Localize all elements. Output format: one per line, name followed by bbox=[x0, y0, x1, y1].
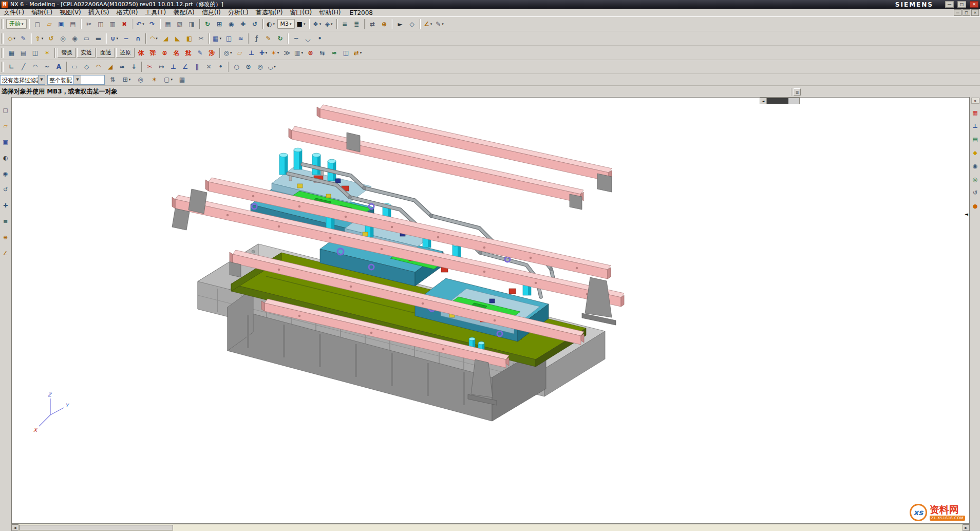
cut-button[interactable]: ✂ bbox=[84, 18, 95, 29]
hd3d-tools-tab[interactable]: ◉ bbox=[971, 162, 979, 170]
menu-view[interactable]: 视图(V) bbox=[56, 9, 85, 16]
measure-distance-button[interactable]: ∠ bbox=[423, 18, 434, 29]
name-display-button[interactable]: 名 bbox=[171, 47, 182, 58]
redo-button[interactable]: ↷ bbox=[147, 18, 158, 29]
menu-edit[interactable]: 编辑(E) bbox=[28, 9, 56, 16]
history-tab[interactable]: ↺ bbox=[971, 188, 979, 197]
dock-measure-button[interactable]: ∠ bbox=[1, 249, 10, 258]
pocket-button[interactable]: ▭ bbox=[81, 33, 92, 44]
circle-button[interactable]: ○ bbox=[231, 62, 242, 72]
revolve-button[interactable]: ↺ bbox=[46, 33, 56, 44]
internet-explorer-tab[interactable]: ◎ bbox=[971, 175, 979, 184]
intersect-button[interactable]: ∩ bbox=[133, 33, 143, 44]
chamfer-sketch-button[interactable]: ◢ bbox=[105, 62, 116, 72]
collapse-resource-bar-button[interactable]: « bbox=[971, 98, 979, 104]
rectangle-button[interactable]: ▭ bbox=[69, 62, 80, 72]
fit-view-button[interactable]: ⊞ bbox=[214, 18, 225, 29]
move-object-button[interactable]: ⇄ bbox=[367, 18, 378, 29]
horizontal-scrollbar[interactable]: ◄ ► bbox=[11, 524, 970, 531]
copy-button[interactable]: ◫ bbox=[96, 18, 106, 29]
selection-filter-combo[interactable]: 没有选择过滤器 ▼ bbox=[0, 75, 45, 85]
dock-shade-button[interactable]: ◐ bbox=[1, 153, 10, 162]
menu-tools[interactable]: 工具(T) bbox=[141, 9, 169, 16]
undo-button[interactable]: ↶ bbox=[135, 18, 146, 29]
chamfer-button[interactable]: ◢ bbox=[160, 33, 171, 44]
ellipse-button[interactable]: ◎ bbox=[255, 62, 266, 72]
open-button[interactable]: ▱ bbox=[44, 18, 55, 29]
part-navigator-tab[interactable]: ▤ bbox=[971, 135, 979, 144]
menu-help[interactable]: 帮助(H) bbox=[315, 9, 344, 16]
angle-constraint-button[interactable]: ∠ bbox=[180, 62, 191, 72]
menu-information[interactable]: 信息(I) bbox=[198, 9, 224, 16]
toolbar-grip[interactable] bbox=[2, 19, 4, 29]
scroll-left-icon[interactable]: ◄ bbox=[760, 98, 767, 104]
interference-button[interactable]: 涉 bbox=[206, 47, 217, 58]
offset-surface-button[interactable]: ≈ bbox=[235, 33, 246, 44]
minimize-button[interactable]: — bbox=[945, 1, 954, 8]
solid-translucent-button[interactable]: 实透 bbox=[77, 48, 96, 58]
expressions-button[interactable]: ƒ bbox=[251, 33, 262, 44]
highlight-button[interactable]: ✶ bbox=[42, 47, 52, 58]
mirror-assembly-button[interactable]: ◫ bbox=[341, 47, 351, 58]
reuse-library-tab[interactable]: ◆ bbox=[971, 148, 979, 157]
pan-button[interactable]: ✚ bbox=[238, 18, 249, 29]
part-navigator-button[interactable]: ▦ bbox=[163, 18, 174, 29]
menu-preferences[interactable]: 首选项(P) bbox=[252, 9, 287, 16]
fillet-button[interactable]: ◠ bbox=[93, 62, 104, 72]
quick-extend-button[interactable]: ↦ bbox=[156, 62, 167, 72]
scroll-thumb[interactable] bbox=[19, 525, 173, 530]
open-component-button[interactable]: ▱ bbox=[234, 47, 245, 58]
graphics-window[interactable]: Z Y X ◄ ◄ xs 资料网 ZL.X51616.COM bbox=[11, 97, 970, 524]
move-component-button[interactable]: ✚ bbox=[258, 47, 269, 58]
mirror-feature-button[interactable]: ◫ bbox=[223, 33, 234, 44]
toolbar-grip[interactable] bbox=[2, 33, 4, 44]
render-style-button[interactable]: M3 bbox=[277, 19, 295, 29]
menu-insert[interactable]: 插入(S) bbox=[85, 9, 113, 16]
quick-trim-button[interactable]: ✂ bbox=[144, 62, 155, 72]
boss-button[interactable]: ◉ bbox=[69, 33, 80, 44]
assembly-navigator-tab[interactable]: ▦ bbox=[971, 108, 979, 117]
scroll-thumb[interactable] bbox=[767, 98, 788, 104]
selection-button[interactable]: ► bbox=[395, 18, 406, 29]
constraint-navigator-tab[interactable]: ⊥ bbox=[971, 122, 979, 130]
interpart-selection-button[interactable]: ⇅ bbox=[107, 74, 118, 85]
intersection-point-button[interactable]: ✕ bbox=[203, 62, 214, 72]
menu-analysis[interactable]: 分析(L) bbox=[224, 9, 252, 16]
snap-point-button[interactable]: ◇ bbox=[407, 18, 418, 29]
sequence-button[interactable]: ≫ bbox=[281, 47, 292, 58]
chevron-down-icon[interactable]: ▼ bbox=[38, 75, 45, 84]
dock-open-button[interactable]: ▱ bbox=[1, 121, 10, 130]
extrude-button[interactable]: ⇧ bbox=[34, 33, 45, 44]
replace-reference-set-button[interactable]: ▦ bbox=[6, 47, 17, 58]
menu-window[interactable]: 窗口(O) bbox=[286, 9, 315, 16]
explosion-button[interactable]: ✶ bbox=[270, 47, 280, 58]
chevron-down-icon[interactable]: ▼ bbox=[73, 75, 81, 84]
wave-geometry-button[interactable]: ≈ bbox=[329, 47, 340, 58]
zoom-button[interactable]: ◉ bbox=[226, 18, 237, 29]
info-window-button[interactable]: ◨ bbox=[186, 18, 197, 29]
window-pane-button[interactable]: ◫ bbox=[30, 47, 41, 58]
hole-button[interactable]: ◎ bbox=[58, 33, 68, 44]
edge-blend-button[interactable]: ◠ bbox=[148, 33, 159, 44]
batch-tool-button[interactable]: 批 bbox=[183, 47, 194, 58]
snap-enable-button[interactable]: ◎ bbox=[135, 74, 146, 85]
text-button[interactable]: A bbox=[53, 62, 64, 72]
assembly-constraints-button[interactable]: ⊥ bbox=[246, 47, 257, 58]
grid-snap-button[interactable]: ▦ bbox=[177, 74, 187, 85]
circle-center-button[interactable]: ⊙ bbox=[243, 62, 254, 72]
layer-settings-button[interactable]: ≡ bbox=[340, 18, 350, 29]
profile-button[interactable]: ∟ bbox=[6, 62, 17, 72]
project-curve-button[interactable]: ↓ bbox=[128, 62, 139, 72]
orient-view-button[interactable]: ❖ bbox=[312, 18, 323, 29]
rotate-view-button[interactable]: ↺ bbox=[250, 18, 260, 29]
arrangements-button[interactable]: ▥ bbox=[293, 47, 304, 58]
point-button[interactable]: • bbox=[314, 33, 325, 44]
new-button[interactable]: ▢ bbox=[32, 18, 43, 29]
trim-body-button[interactable]: ✂ bbox=[196, 33, 206, 44]
restore-display-button[interactable]: 还原 bbox=[116, 48, 135, 58]
toolbar-grip[interactable] bbox=[2, 62, 4, 72]
assembly-navigator-button[interactable]: ▧ bbox=[175, 18, 185, 29]
dock-zoom-button[interactable]: ◉ bbox=[1, 169, 10, 178]
roles-tab[interactable]: ● bbox=[971, 202, 979, 211]
menu-assemblies[interactable]: 装配(A) bbox=[169, 9, 198, 16]
